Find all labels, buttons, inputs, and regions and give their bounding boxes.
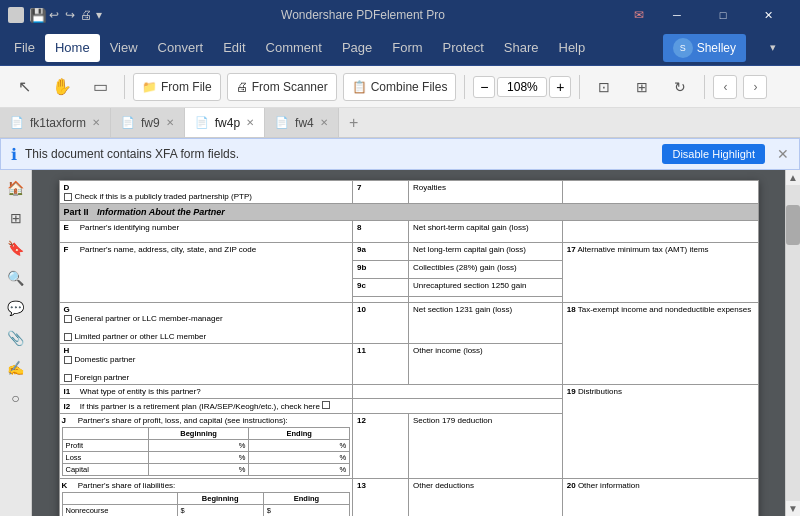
k-nonrecourse-label: Nonrecourse: [62, 505, 177, 517]
menu-file[interactable]: File: [4, 34, 45, 62]
sidebar-bookmark-button[interactable]: 🔖: [2, 234, 30, 262]
collapse-ribbon-button[interactable]: ▾: [750, 33, 796, 63]
nav-prev-button[interactable]: ‹: [713, 75, 737, 99]
row-i1-text: What type of entity is this partner?: [80, 387, 201, 396]
maximize-button[interactable]: □: [700, 0, 746, 30]
menu-view[interactable]: View: [100, 34, 148, 62]
cursor-tool-button[interactable]: ↖: [8, 71, 40, 103]
scroll-down-button[interactable]: ▼: [786, 501, 800, 516]
checkbox-h2[interactable]: [64, 374, 72, 382]
row-e-label: E: [64, 223, 78, 232]
scroll-up-button[interactable]: ▲: [786, 170, 800, 185]
tab-fk1taxform-close[interactable]: ✕: [92, 117, 100, 128]
rotate-button[interactable]: ↻: [664, 71, 696, 103]
sidebar-signature-button[interactable]: ✍: [2, 354, 30, 382]
menu-comment[interactable]: Comment: [256, 34, 332, 62]
tab-fw4p[interactable]: 📄 fw4p ✕: [185, 108, 265, 138]
sidebar-comment-button[interactable]: 💬: [2, 294, 30, 322]
row-9b-label: Collectibles (28%) gain (loss): [413, 263, 517, 272]
menu-edit[interactable]: Edit: [213, 34, 255, 62]
sidebar-attachment-button[interactable]: 📎: [2, 324, 30, 352]
quick-access-undo[interactable]: ↩: [48, 8, 60, 20]
tab-fk1taxform-icon: 📄: [10, 116, 24, 129]
part-ii-label: Part II: [64, 207, 89, 217]
combine-files-button[interactable]: 📋 Combine Files: [343, 73, 457, 101]
checkbox-h1[interactable]: [64, 356, 72, 364]
close-button[interactable]: ✕: [746, 0, 792, 30]
sidebar-search-button[interactable]: 🔍: [2, 264, 30, 292]
row-7-text-cell: Royalties: [408, 181, 562, 204]
mail-icon[interactable]: ✉: [624, 0, 654, 30]
checkbox-d[interactable]: [64, 193, 72, 201]
checkbox-i2[interactable]: [322, 401, 330, 409]
row-11-label: Other income (loss): [413, 346, 483, 355]
notification-close-button[interactable]: ✕: [777, 146, 789, 162]
select-tool-button[interactable]: ▭: [84, 71, 116, 103]
row-8-num: 8: [353, 221, 409, 243]
sidebar-circle-button[interactable]: ○: [2, 384, 30, 412]
tab-fw4[interactable]: 📄 fw4 ✕: [265, 108, 339, 138]
zoom-in-button[interactable]: +: [549, 76, 571, 98]
sidebar-home-button[interactable]: 🏠: [2, 174, 30, 202]
row-j-label: J: [62, 416, 76, 425]
tab-fw4-close[interactable]: ✕: [320, 117, 328, 128]
menu-share[interactable]: Share: [494, 34, 549, 62]
j-profit-begin: %: [148, 440, 249, 452]
table-row-k: K Partner's share of liabilities: Beginn…: [59, 479, 758, 517]
scroll-thumb[interactable]: [786, 205, 800, 245]
user-account-button[interactable]: S Shelley: [663, 34, 746, 62]
k-begin-header: Beginning: [177, 493, 263, 505]
row-9b-text: Collectibles (28%) gain (loss): [408, 260, 562, 278]
part-ii-title: Information About the Partner: [97, 207, 225, 217]
tab-fw9-close[interactable]: ✕: [166, 117, 174, 128]
quick-access-redo[interactable]: ↪: [64, 8, 76, 20]
table-row-part2: Part II Information About the Partner: [59, 204, 758, 221]
disable-highlight-button[interactable]: Disable Highlight: [662, 144, 765, 164]
sidebar-thumbnail-button[interactable]: ⊞: [2, 204, 30, 232]
menu-protect[interactable]: Protect: [433, 34, 494, 62]
right-scrollbar[interactable]: ▲ ▼: [785, 170, 800, 516]
quick-access-save[interactable]: 💾: [30, 8, 44, 22]
from-file-button[interactable]: 📁 From File: [133, 73, 221, 101]
row-20-text: Other information: [578, 481, 640, 490]
nav-next-button[interactable]: ›: [743, 75, 767, 99]
hand-tool-button[interactable]: ✋: [46, 71, 78, 103]
row-g-text1: General partner or LLC member-manager: [75, 314, 223, 323]
tab-fw9-label: fw9: [141, 116, 160, 130]
tab-fk1taxform[interactable]: 📄 fk1taxform ✕: [0, 108, 111, 138]
row-8-label: Net short-term capital gain (loss): [413, 223, 529, 232]
j-loss-end: %: [249, 452, 350, 464]
fit-width-button[interactable]: ⊞: [626, 71, 658, 103]
menu-home[interactable]: Home: [45, 34, 100, 62]
menu-help[interactable]: Help: [549, 34, 596, 62]
checkbox-g2[interactable]: [64, 333, 72, 341]
quick-access-dropdown: ▾: [96, 8, 102, 22]
pdf-page: D Check if this is a publicly traded par…: [59, 180, 759, 516]
row-13-text: Other deductions: [408, 479, 562, 517]
from-scanner-button[interactable]: 🖨 From Scanner: [227, 73, 337, 101]
minimize-button[interactable]: ─: [654, 0, 700, 30]
row-18-cell: 18 Tax-exempt income and nondeductible e…: [562, 303, 758, 385]
row-d-num7: 7: [353, 181, 409, 204]
document-viewer[interactable]: D Check if this is a publicly traded par…: [32, 170, 785, 516]
menu-convert[interactable]: Convert: [148, 34, 214, 62]
window-title: Wondershare PDFelement Pro: [281, 8, 445, 22]
fit-page-button[interactable]: ⊡: [588, 71, 620, 103]
notification-text: This document contains XFA form fields.: [25, 147, 654, 161]
row-19-cell: 19 Distributions: [562, 385, 758, 479]
j-profit-label: Profit: [62, 440, 148, 452]
quick-access-print[interactable]: 🖨: [80, 8, 92, 20]
window-controls: 💾 ↩ ↪ 🖨 ▾: [30, 8, 102, 22]
new-tab-button[interactable]: +: [339, 108, 369, 138]
zoom-control: − 108% +: [473, 76, 571, 98]
row-i2-text: If this partner is a retirement plan (IR…: [80, 402, 320, 411]
tab-fw4p-close[interactable]: ✕: [246, 117, 254, 128]
menubar: File Home View Convert Edit Comment Page…: [0, 30, 800, 66]
menu-form[interactable]: Form: [382, 34, 432, 62]
row-h-cb1: Domestic partner: [64, 355, 349, 364]
user-name: Shelley: [697, 41, 736, 55]
checkbox-g1[interactable]: [64, 315, 72, 323]
zoom-out-button[interactable]: −: [473, 76, 495, 98]
tab-fw9[interactable]: 📄 fw9 ✕: [111, 108, 185, 138]
menu-page[interactable]: Page: [332, 34, 382, 62]
